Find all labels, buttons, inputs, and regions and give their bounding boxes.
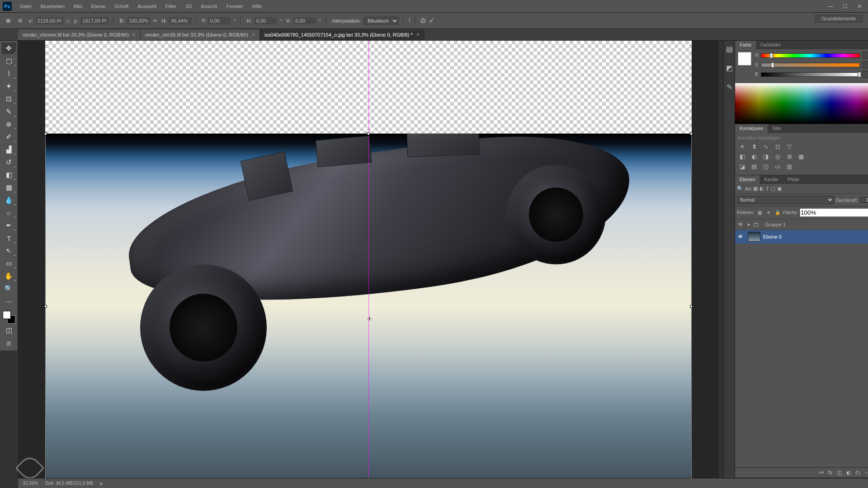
tab-pfade[interactable]: Pfade	[783, 175, 804, 184]
pen-tool[interactable]: ✒	[2, 220, 16, 231]
tab-farbfelder[interactable]: Farbfelder	[756, 41, 786, 49]
menu-ebene[interactable]: Ebene	[87, 2, 109, 11]
layer-thumbnail[interactable]	[748, 232, 760, 242]
document-canvas[interactable]	[45, 41, 692, 478]
tab-korrekturen[interactable]: Korrekturen	[735, 124, 768, 133]
marquee-tool[interactable]: ▢	[2, 55, 16, 67]
eraser-tool[interactable]: ◧	[2, 169, 16, 181]
maximize-button[interactable]: ☐	[839, 2, 851, 10]
menu-datei[interactable]: Datei	[16, 2, 35, 11]
cancel-transform-icon[interactable]: ⊘	[420, 16, 426, 25]
tab-stile[interactable]: Stile	[768, 124, 785, 133]
magic-wand-tool[interactable]: ✦	[2, 80, 16, 92]
brushes-panel-icon[interactable]: ✎	[724, 81, 735, 92]
rotate-field[interactable]: 0,00	[208, 17, 231, 24]
adj-bw-icon[interactable]: ◨	[761, 152, 770, 160]
layer-name[interactable]: Gruppe 1	[765, 222, 786, 227]
menu-schrift[interactable]: Schrift	[111, 2, 132, 11]
sat-input[interactable]	[863, 61, 868, 68]
swap-xy-icon[interactable]: △	[66, 18, 70, 23]
visibility-icon[interactable]: 👁	[738, 234, 745, 240]
adj-brightness-icon[interactable]: ☀	[738, 142, 747, 150]
filter-smart-icon[interactable]: ▣	[777, 186, 782, 192]
hand-tool[interactable]: ✋	[2, 270, 16, 282]
adj-vibrance-icon[interactable]: ▽	[785, 142, 794, 150]
tab-kanaele[interactable]: Kanäle	[760, 175, 783, 184]
fx-icon[interactable]: fx	[828, 469, 832, 476]
tab-farbe[interactable]: Farbe	[735, 41, 756, 49]
hue-slider[interactable]	[761, 53, 860, 58]
filter-pixel-icon[interactable]: ▩	[753, 186, 758, 192]
move-tool[interactable]: ✥	[2, 42, 16, 54]
filter-type-icon[interactable]: T	[766, 186, 769, 192]
sat-slider[interactable]	[761, 63, 860, 67]
layer-row-0[interactable]: 👁 Ebene 0	[735, 230, 868, 244]
adj-poster-icon[interactable]: ▤	[750, 162, 759, 170]
adj-selcolor-icon[interactable]: ▥	[785, 162, 794, 170]
opacity-input[interactable]	[860, 197, 868, 203]
adjustment-layer-icon[interactable]: ◐	[846, 469, 851, 476]
history-brush-tool[interactable]: ↺	[2, 156, 16, 168]
visibility-icon[interactable]: 👁	[738, 221, 745, 228]
doc-size[interactable]: Dok: 34,5 MB/101,0 MB	[45, 481, 93, 486]
interp-select[interactable]: Bikubisch	[363, 17, 399, 25]
adj-exposure-icon[interactable]: ⊡	[773, 142, 782, 150]
hskew-field[interactable]: 0,00	[255, 17, 277, 24]
path-tool[interactable]: ↖	[2, 245, 16, 257]
zoom-level[interactable]: 33,33%	[23, 481, 38, 486]
status-arrow-icon[interactable]: ▸	[100, 481, 103, 486]
w-field[interactable]: 100,00%	[127, 17, 150, 24]
workspace-selector[interactable]: Grundelemente	[815, 14, 863, 23]
stamp-tool[interactable]: ▟	[2, 144, 16, 155]
expand-icon[interactable]: ▸	[748, 221, 750, 227]
quickmask-icon[interactable]: ◫	[2, 324, 16, 336]
menu-auswahl[interactable]: Auswahl	[134, 2, 160, 11]
close-icon[interactable]: ×	[416, 32, 420, 38]
menu-3d[interactable]: 3D	[182, 2, 195, 11]
color-swatches[interactable]	[3, 311, 15, 324]
bri-slider[interactable]	[761, 72, 860, 77]
adj-photo-icon[interactable]: ◎	[773, 152, 782, 160]
transform-tool-icon[interactable]: ▦	[4, 16, 13, 25]
menu-filter[interactable]: Filter	[162, 2, 180, 11]
filter-shape-icon[interactable]: ▢	[771, 186, 775, 192]
menu-bearbeiten[interactable]: Bearbeiten	[37, 2, 68, 11]
warp-icon[interactable]: ⌇	[408, 18, 410, 23]
x-field[interactable]: 2128,00 Pt	[36, 17, 63, 24]
type-tool[interactable]: T	[2, 232, 16, 244]
screenmode-icon[interactable]: ⎚	[2, 337, 16, 349]
crop-tool[interactable]: ⊡	[2, 93, 16, 105]
adj-hue-icon[interactable]: ◧	[738, 152, 747, 160]
menu-ansicht[interactable]: Ansicht	[197, 2, 221, 11]
new-layer-icon[interactable]: ▫	[865, 469, 867, 476]
properties-panel-icon[interactable]: ◩	[724, 62, 735, 73]
adj-mixer-icon[interactable]: ⊞	[785, 152, 794, 160]
adj-curves-icon[interactable]: ∿	[761, 142, 770, 150]
menu-bild[interactable]: Bild	[70, 2, 85, 11]
search-icon[interactable]: 🔍	[737, 186, 743, 192]
adj-gradmap-icon[interactable]: ▭	[773, 162, 782, 170]
vskew-field[interactable]: 0,00	[293, 17, 316, 24]
close-icon[interactable]: ×	[132, 32, 136, 38]
lock-pixels-icon[interactable]: ▩	[756, 210, 763, 215]
eyedropper-tool[interactable]: ✎	[2, 106, 16, 117]
foreground-color[interactable]	[3, 311, 11, 319]
color-spectrum[interactable]	[735, 83, 868, 124]
canvas-area[interactable]	[18, 41, 719, 478]
blend-mode-select[interactable]: Normal	[737, 196, 834, 204]
adj-levels-icon[interactable]: ⧗	[750, 142, 759, 150]
lock-position-icon[interactable]: ✛	[765, 210, 772, 215]
layer-row-group[interactable]: 👁 ▸ 🗀 Gruppe 1	[735, 219, 868, 230]
y-field[interactable]: 1817,00 Pt	[80, 17, 108, 24]
group-icon[interactable]: 🗀	[855, 469, 861, 476]
layer-name[interactable]: Ebene 0	[763, 234, 782, 239]
tab-ebenen[interactable]: Ebenen	[735, 175, 760, 184]
reference-point-icon[interactable]: ⊞	[15, 16, 24, 25]
commit-transform-icon[interactable]: ✓	[429, 16, 434, 25]
adj-lut-icon[interactable]: ▦	[797, 152, 806, 160]
hue-input[interactable]	[863, 52, 868, 59]
bri-input[interactable]	[863, 71, 868, 78]
mask-icon[interactable]: ◫	[837, 469, 842, 476]
link-layers-icon[interactable]: ⚯	[819, 469, 824, 476]
zoom-tool[interactable]: 🔍	[2, 283, 16, 295]
